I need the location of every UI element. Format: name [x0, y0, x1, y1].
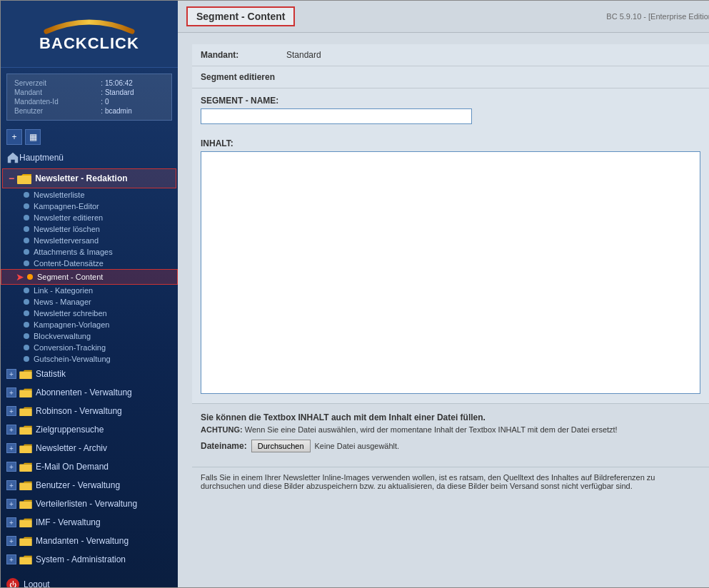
folder-icon: [19, 554, 32, 564]
sidebar-item-link-kategorien[interactable]: Link - Kategorien: [1, 285, 178, 296]
robinson-header[interactable]: + Robinson - Verwaltung: [1, 403, 178, 419]
svg-text:BACKCLICK: BACKCLICK: [39, 34, 139, 52]
svg-rect-4: [19, 409, 32, 417]
sidebar-item-newsletterliste[interactable]: Newsletterliste: [1, 189, 178, 201]
folder-icon: [19, 480, 32, 490]
folder-icon: [19, 517, 32, 527]
statistik-header[interactable]: + Statistik: [1, 366, 178, 382]
sidebar-item-newsletterversand[interactable]: Newsletterversand: [1, 235, 178, 246]
sidebar-item-segment-content[interactable]: ➤ Segment - Content: [1, 269, 178, 285]
nav-group-robinson: + Robinson - Verwaltung: [1, 403, 178, 419]
logo-box: BACKCLICK: [8, 8, 171, 60]
browse-button[interactable]: Durchsuchen: [251, 440, 311, 452]
plus-icon: +: [6, 480, 16, 490]
sidebar-item-content-datensaetze[interactable]: Content-Datensätze: [1, 258, 178, 269]
sidebar-item-newsletter-loeschen[interactable]: Newsletter löschen: [1, 223, 178, 235]
folder-icon: [19, 406, 32, 416]
bullet-icon: [24, 238, 29, 243]
logo-area: BACKCLICK: [1, 1, 178, 68]
verteilerlisten-label: Verteilerlisten - Verwaltung: [36, 499, 137, 509]
zielgruppensuche-label: Zielgruppensuche: [36, 425, 104, 435]
system-admin-header[interactable]: + System - Administration: [1, 552, 178, 567]
verteilerlisten-header[interactable]: + Verteilerlisten - Verwaltung: [1, 496, 178, 512]
inhalt-textarea[interactable]: [201, 151, 700, 394]
email-on-demand-header[interactable]: + E-Mail On Demand: [1, 459, 178, 475]
conversion-tracking-label: Conversion-Tracking: [34, 343, 106, 352]
nav-group-verteilerlisten: + Verteilerlisten - Verwaltung: [1, 496, 178, 512]
sidebar-item-kampagnen-editor[interactable]: Kampagnen-Editor: [1, 201, 178, 212]
version-info: BC 5.9.10 - [Enterprise Edition]: [606, 12, 709, 21]
sidebar-item-newsletter-schreiben[interactable]: Newsletter schreiben: [1, 308, 178, 319]
add-icon-button[interactable]: +: [6, 129, 22, 145]
folder-icon: [19, 369, 32, 379]
plus-icon: +: [6, 443, 16, 453]
nav-group-email-on-demand: + E-Mail On Demand: [1, 459, 178, 475]
segment-name-input[interactable]: [201, 108, 472, 124]
newsletter-schreiben-label: Newsletter schreiben: [34, 309, 107, 318]
bullet-icon: [24, 226, 29, 232]
benutzer-header[interactable]: + Benutzer - Verwaltung: [1, 477, 178, 493]
sidebar-item-conversion-tracking[interactable]: Conversion-Tracking: [1, 342, 178, 353]
achtung-label: ACHTUNG:: [201, 425, 243, 434]
plus-icon: +: [6, 425, 16, 435]
segment-editieren-label: Segment editieren: [201, 72, 275, 82]
logout-item[interactable]: ⏻ Logout: [1, 574, 178, 587]
info-section: Sie können die Textbox INHALT auch mit d…: [192, 403, 709, 467]
svg-rect-2: [19, 372, 32, 380]
file-row: Dateiname: Durchsuchen Keine Datei ausge…: [201, 440, 700, 452]
kampagnen-vorlagen-label: Kampagnen-Vorlagen: [34, 320, 109, 329]
svg-rect-11: [19, 539, 32, 547]
sidebar-item-newsletter-editieren[interactable]: Newsletter editieren: [1, 212, 178, 223]
sidebar-item-attachments[interactable]: Attachments & Images: [1, 246, 178, 258]
plus-icon: +: [6, 536, 16, 546]
home-icon: [6, 151, 19, 164]
sidebar-item-hauptmenu[interactable]: Hauptmenü: [1, 148, 178, 168]
plus-icon: +: [6, 499, 16, 509]
newsletter-archiv-header[interactable]: + Newsletter - Archiv: [1, 440, 178, 456]
bullet-icon: [24, 322, 29, 328]
main-header: Segment - Content BC 5.9.10 - [Enterpris…: [178, 1, 709, 33]
grid-icon-button[interactable]: ▦: [25, 129, 41, 145]
nav-group-benutzer: + Benutzer - Verwaltung: [1, 477, 178, 493]
mandanten-header[interactable]: + Mandanten - Verwaltung: [1, 533, 178, 549]
mandant-value: Standard: [286, 50, 321, 60]
logout-label: Logout: [24, 579, 50, 587]
bullet-icon: [24, 310, 29, 316]
zielgruppensuche-header[interactable]: + Zielgruppensuche: [1, 422, 178, 437]
bullet-icon: [24, 249, 29, 255]
news-manager-label: News - Manager: [34, 298, 91, 306]
mandanten-label: Mandanten - Verwaltung: [36, 536, 129, 546]
bullet-icon: [24, 203, 29, 209]
sidebar-item-kampagnen-vorlagen[interactable]: Kampagnen-Vorlagen: [1, 319, 178, 330]
serverzeit-value: : 15:06:42: [99, 78, 166, 88]
newsletterliste-label: Newsletterliste: [34, 191, 85, 199]
bullet-icon: [24, 192, 29, 198]
file-status: Keine Datei ausgewählt.: [315, 442, 400, 450]
svg-rect-7: [19, 465, 32, 472]
abonnenten-header[interactable]: + Abonnenten - Verwaltung: [1, 385, 178, 400]
dateiname-label: Dateiname:: [201, 441, 247, 451]
imf-header[interactable]: + IMF - Verwaltung: [1, 514, 178, 530]
nav-group-newsletter-archiv: + Newsletter - Archiv: [1, 440, 178, 456]
segment-editieren-row: Segment editieren: [192, 66, 709, 88]
gutschein-verwaltung-label: Gutschein-Verwaltung: [34, 355, 111, 363]
hauptmenu-label: Hauptmenü: [19, 153, 64, 163]
bullet-icon: [24, 299, 29, 305]
mandanten-id-label: Mandanten-Id: [13, 97, 99, 106]
arrow-right-icon: ➤: [16, 271, 24, 283]
sidebar-item-gutschein-verwaltung[interactable]: Gutschein-Verwaltung: [1, 353, 178, 365]
sidebar-item-news-manager[interactable]: News - Manager: [1, 296, 178, 308]
svg-rect-9: [19, 502, 32, 510]
achtung-text: Wenn Sie eine Datei auswählen, wird der …: [243, 425, 618, 434]
newsletter-redaktion-header[interactable]: − Newsletter - Redaktion: [2, 168, 176, 188]
newsletter-archiv-label: Newsletter - Archiv: [36, 443, 107, 453]
info-text-bold: Sie können die Textbox INHALT auch mit d…: [201, 412, 700, 422]
main-content: Segment - Content BC 5.9.10 - [Enterpris…: [178, 1, 709, 587]
abonnenten-label: Abonnenten - Verwaltung: [36, 387, 132, 397]
bullet-icon: [24, 356, 29, 362]
page-title: Segment - Content: [196, 11, 285, 22]
bottom-note: Falls Sie in einem Ihrer Newsletter Inli…: [192, 467, 709, 496]
nav-group-abonnenten: + Abonnenten - Verwaltung: [1, 385, 178, 400]
sidebar-item-blockverwaltung[interactable]: Blockverwaltung: [1, 330, 178, 342]
inhalt-field-label: INHALT:: [201, 138, 700, 148]
